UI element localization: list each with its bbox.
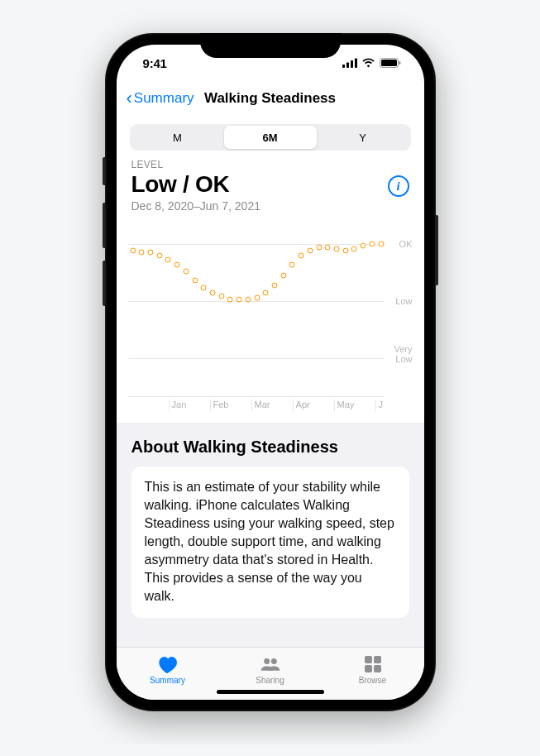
chevron-left-icon: ‹	[127, 89, 132, 108]
phone-frame: 9:41 ‹ Summary Walking Steadiness	[105, 33, 436, 711]
nav-bar: ‹ Summary Walking Steadiness	[117, 81, 424, 116]
date-range: Dec 8, 2020–Jun 7, 2021	[131, 199, 260, 213]
chart-point	[254, 295, 260, 301]
x-tick: Jan	[169, 400, 210, 411]
chart-point	[333, 246, 339, 251]
about-card: This is an estimate of your stability wh…	[131, 467, 409, 618]
tab-sharing[interactable]: Sharing	[219, 648, 322, 691]
segment-year[interactable]: Y	[317, 126, 409, 149]
status-indicators	[342, 56, 401, 70]
chart-point	[183, 269, 189, 275]
svg-rect-2	[351, 60, 353, 68]
about-section: About Walking Steadiness This is an esti…	[117, 423, 424, 647]
svg-rect-6	[399, 61, 400, 65]
chart-point	[299, 253, 304, 259]
tab-browse[interactable]: Browse	[322, 648, 424, 691]
about-heading: About Walking Steadiness	[131, 438, 409, 457]
cellular-icon	[342, 56, 357, 70]
tab-label: Summary	[150, 676, 185, 685]
chart-point	[210, 289, 216, 295]
chart-point	[148, 250, 154, 256]
svg-rect-12	[374, 665, 381, 672]
svg-point-7	[264, 658, 270, 664]
chart-point	[289, 262, 295, 268]
tab-summary[interactable]: Summary	[117, 648, 219, 691]
tab-label: Browse	[359, 676, 386, 685]
chart-point	[218, 294, 224, 299]
chart-point	[316, 244, 322, 250]
x-tick: Mar	[251, 400, 293, 411]
svg-rect-3	[355, 58, 357, 68]
screen: 9:41 ‹ Summary Walking Steadiness	[117, 45, 424, 700]
chart-point	[165, 256, 171, 262]
chart-point	[130, 248, 136, 254]
y-tick-ok: OK	[399, 239, 413, 249]
svg-rect-9	[365, 656, 372, 663]
chart-point	[342, 248, 348, 254]
svg-rect-5	[381, 60, 397, 66]
people-icon	[260, 655, 281, 673]
svg-point-8	[270, 658, 276, 664]
x-tick: Feb	[210, 400, 251, 411]
back-button[interactable]: ‹ Summary	[127, 89, 194, 108]
chart-point	[156, 253, 162, 259]
segment-month[interactable]: M	[131, 126, 224, 149]
steadiness-chart[interactable]: OK Low VeryLow Jan Feb Mar Apr May J	[128, 221, 413, 411]
heart-icon	[157, 655, 179, 673]
back-label: Summary	[134, 90, 194, 107]
x-axis: Jan Feb Mar Apr May J	[128, 400, 385, 411]
segment-six-months[interactable]: 6M	[224, 126, 317, 149]
chart-point	[378, 241, 384, 246]
info-button[interactable]: i	[388, 175, 409, 197]
chart-point	[369, 241, 375, 246]
chart-point	[325, 244, 331, 250]
time-range-segmented: M 6M Y	[130, 124, 411, 151]
chart-point	[201, 285, 207, 290]
chart-point	[361, 242, 366, 248]
x-tick: May	[334, 400, 375, 411]
tab-label: Sharing	[256, 676, 284, 685]
x-tick	[128, 400, 169, 411]
x-tick: Apr	[293, 400, 334, 411]
svg-rect-0	[342, 65, 345, 68]
y-tick-very-low: VeryLow	[394, 344, 412, 364]
level-value: Low / OK	[131, 171, 260, 198]
chart-point	[351, 246, 357, 251]
chart-point	[263, 289, 269, 295]
home-indicator[interactable]	[217, 690, 324, 694]
chart-point	[192, 278, 198, 284]
chart-point	[139, 250, 145, 256]
chart-point	[174, 262, 180, 268]
battery-icon	[380, 56, 401, 70]
chart-dots-layer	[128, 221, 381, 396]
chart-point	[237, 297, 242, 303]
wifi-icon	[361, 56, 375, 70]
svg-rect-11	[365, 665, 372, 672]
status-time: 9:41	[143, 56, 167, 70]
chart-point	[271, 283, 277, 289]
svg-rect-1	[346, 62, 349, 68]
chart-point	[307, 248, 313, 254]
level-caption: LEVEL	[131, 159, 260, 170]
chart-point	[280, 272, 286, 278]
level-summary: LEVEL Low / OK Dec 8, 2020–Jun 7, 2021 i	[128, 159, 413, 213]
content-area: M 6M Y LEVEL Low / OK Dec 8, 2020–Jun 7,…	[117, 116, 424, 647]
notch	[200, 33, 341, 58]
grid-icon	[362, 655, 384, 673]
chart-point	[245, 297, 251, 303]
x-tick: J	[375, 400, 385, 411]
y-tick-low: Low	[395, 296, 412, 306]
svg-rect-10	[374, 656, 381, 663]
page-title: Walking Steadiness	[204, 90, 336, 107]
chart-point	[227, 297, 233, 303]
